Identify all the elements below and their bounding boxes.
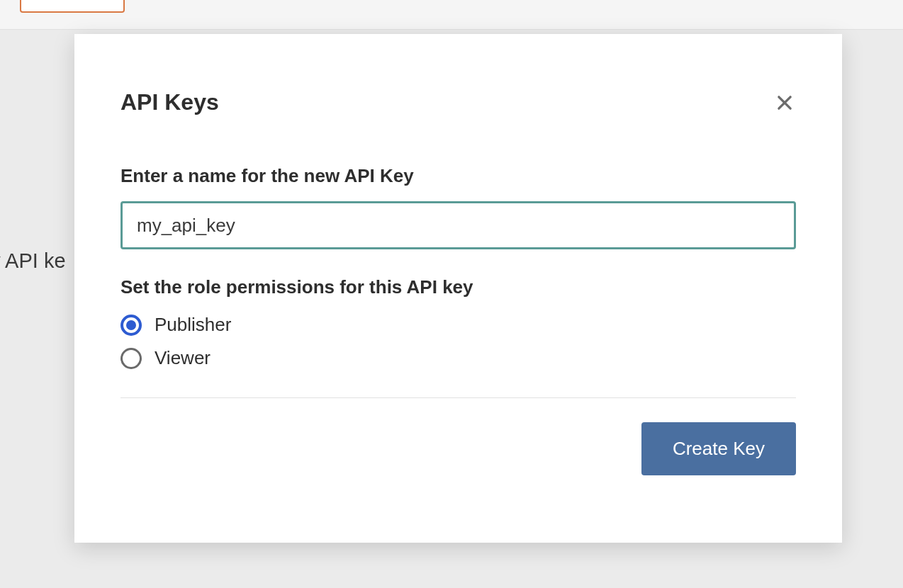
radio-icon — [120, 315, 142, 336]
close-button[interactable] — [773, 91, 796, 114]
radio-icon — [120, 348, 142, 369]
close-icon — [775, 93, 795, 113]
role-permissions-label: Set the role permissions for this API ke… — [120, 276, 796, 298]
role-radio-group: Publisher Viewer — [120, 314, 796, 369]
radio-label: Viewer — [155, 347, 211, 369]
modal-header: API Keys — [74, 34, 842, 115]
create-key-button[interactable]: Create Key — [641, 422, 796, 475]
background-partial-text: ny API ke — [0, 249, 66, 273]
radio-label: Publisher — [155, 314, 231, 336]
top-bar — [0, 0, 903, 30]
modal-body: Enter a name for the new API Key Set the… — [74, 115, 842, 398]
api-keys-modal: API Keys Enter a name for the new API Ke… — [74, 34, 842, 543]
modal-title: API Keys — [120, 89, 219, 115]
api-key-name-input[interactable] — [120, 201, 796, 249]
top-bar-button-outline[interactable] — [20, 0, 125, 13]
modal-footer: Create Key — [74, 398, 842, 475]
api-key-name-label: Enter a name for the new API Key — [120, 165, 796, 187]
role-option-viewer[interactable]: Viewer — [120, 347, 796, 369]
role-option-publisher[interactable]: Publisher — [120, 314, 796, 336]
api-key-name-wrapper — [120, 201, 796, 249]
